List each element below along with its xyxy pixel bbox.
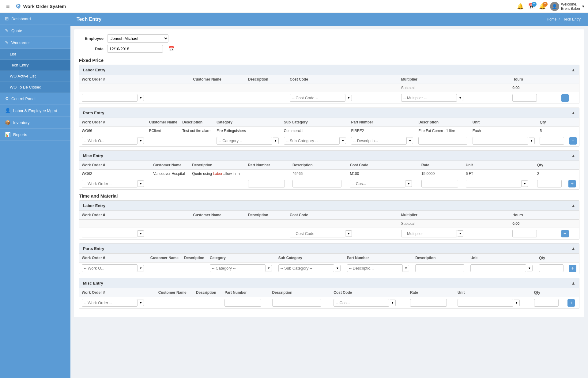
sidebar-item-quote[interactable]: ✎ Quote	[0, 25, 70, 37]
sidebar-item-reports[interactable]: 📊 Reports	[0, 129, 70, 141]
tm-parts-qty-input[interactable]	[539, 264, 564, 272]
tm-parts-category-input[interactable]	[210, 264, 266, 272]
tm-misc-unit-dropdown-btn[interactable]: ▾	[514, 300, 520, 306]
fp-misc-unit-input[interactable]	[466, 180, 522, 187]
tm-parts-wo-input[interactable]	[82, 264, 138, 272]
sidebar-label-quote: Quote	[11, 28, 22, 33]
fp-labor-costcode-input[interactable]	[290, 94, 345, 102]
fp-parts-partnum-dropdown-btn[interactable]: ▾	[407, 138, 413, 144]
sidebar-item-labor[interactable]: 👤 Labor & Employee Mgmt	[0, 105, 70, 117]
tm-labor-costcode-input[interactable]	[290, 230, 345, 237]
fp-parts-unit-input[interactable]	[473, 137, 528, 145]
fp-parts-unit-dropdown-btn[interactable]: ▾	[529, 138, 535, 144]
tm-misc-unit-input[interactable]	[458, 299, 513, 307]
fp-labor-add-button[interactable]: +	[561, 94, 569, 102]
fp-misc-col-partdesc: Description	[290, 161, 348, 170]
sidebar-item-dashboard[interactable]: ⊞ Dashboard	[0, 13, 70, 25]
tm-misc-wo-dropdown-btn[interactable]: ▾	[138, 300, 144, 306]
fp-parts-qty-input[interactable]	[540, 137, 564, 145]
fp-parts-partdesc-input[interactable]	[418, 137, 467, 145]
sidebar-label-tech-entry: Tech Entry	[10, 63, 28, 67]
tm-labor-costcode-dropdown-btn[interactable]: ▾	[346, 230, 352, 237]
fixed-price-labor-header[interactable]: Labor Entry ▲	[79, 65, 579, 75]
fp-misc-add-button[interactable]: +	[568, 180, 576, 187]
fp-misc-qty-input[interactable]	[537, 180, 562, 187]
tm-labor-header[interactable]: Labor Entry ▲	[79, 201, 579, 211]
sidebar-item-control-panel[interactable]: ⚙ Control Panel	[0, 93, 70, 105]
sidebar-item-tech-entry[interactable]: Tech Entry	[0, 60, 70, 71]
fixed-price-misc-header[interactable]: Misc Entry ▲	[79, 151, 579, 161]
tm-labor-hours-input[interactable]	[512, 230, 537, 237]
breadcrumb-home[interactable]: Home	[547, 17, 556, 21]
sidebar-item-wo-active[interactable]: WO Active List	[0, 71, 70, 82]
fp-parts-col-subcategory: Sub Category	[281, 118, 349, 127]
tm-labor-multiplier-input[interactable]	[401, 230, 457, 237]
sidebar-label-list: List	[10, 52, 16, 56]
tm-misc-wo-input[interactable]	[82, 299, 138, 307]
fp-misc-partdesc-input[interactable]	[292, 180, 341, 187]
fp-parts-category-dropdown-btn[interactable]: ▾	[273, 138, 279, 144]
sidebar-item-inventory[interactable]: 📦 Inventory	[0, 117, 70, 129]
fp-misc-wo-dropdown-btn[interactable]: ▾	[138, 180, 144, 187]
table-row: ▾ ▾	[79, 92, 579, 104]
tm-misc-header[interactable]: Misc Entry ▲	[79, 278, 579, 288]
tm-parts-subcategory-dropdown-btn[interactable]: ▾	[335, 265, 341, 271]
tm-parts-partnum-dropdown-btn[interactable]: ▾	[403, 265, 409, 271]
fp-labor-costcode-dropdown-btn[interactable]: ▾	[346, 95, 352, 101]
fp-misc-costcode-dropdown-btn[interactable]: ▾	[406, 180, 412, 187]
fp-parts-add-button[interactable]: +	[569, 137, 577, 145]
tm-parts-subcategory-input[interactable]	[278, 264, 334, 272]
tm-labor-wo-dropdown-btn[interactable]: ▾	[138, 230, 144, 237]
tm-parts-header[interactable]: Parts Entry ▲	[79, 244, 579, 254]
tm-labor-wo-input[interactable]	[82, 230, 138, 237]
fp-misc-partnum-input[interactable]	[248, 180, 285, 187]
notification-bell[interactable]: 🔔	[517, 3, 524, 10]
fp-parts-partnum-input[interactable]	[351, 137, 407, 145]
tm-misc-add-button[interactable]: +	[567, 299, 575, 307]
fp-misc-wo-input[interactable]	[82, 180, 138, 187]
user-menu[interactable]: 👤 Welcome, Brent Baker ▾	[550, 2, 584, 11]
calendar-nav[interactable]: 📅 7	[528, 3, 535, 10]
fp-labor-multiplier-input[interactable]	[401, 94, 457, 102]
tm-misc-qty-input[interactable]	[534, 299, 559, 307]
tm-labor-add-button[interactable]: +	[561, 230, 569, 237]
calendar-picker-icon[interactable]: 📅	[168, 46, 175, 52]
sidebar-item-list[interactable]: List	[0, 49, 70, 60]
tm-misc-partdesc-input[interactable]	[272, 299, 321, 307]
fp-misc-rate-input[interactable]	[421, 180, 458, 187]
fp-labor-multiplier-dropdown-btn[interactable]: ▾	[458, 95, 463, 101]
hamburger-icon[interactable]: ≡	[4, 2, 12, 11]
tm-misc-rate-input[interactable]	[410, 299, 447, 307]
fp-parts-subcategory-input[interactable]	[284, 137, 340, 145]
tm-misc-costcode-dropdown-btn[interactable]: ▾	[390, 300, 396, 306]
tm-parts-unit-dropdown-btn[interactable]: ▾	[527, 265, 533, 271]
fp-labor-hours-input[interactable]	[512, 94, 537, 102]
fp-misc-costcode-input[interactable]	[350, 180, 405, 187]
tm-parts-category-dropdown-btn[interactable]: ▾	[266, 265, 272, 271]
fp-parts-wo-input[interactable]	[82, 137, 138, 145]
sidebar-item-workorder[interactable]: ✎ Workorder	[0, 37, 70, 49]
tm-parts-add-button[interactable]: +	[569, 265, 576, 272]
fp-parts-wo-dropdown-btn[interactable]: ▾	[138, 138, 144, 144]
tm-parts-unit-input[interactable]	[470, 264, 526, 272]
date-input[interactable]	[107, 45, 163, 53]
fp-parts-input-add: +	[567, 135, 579, 147]
fp-labor-wo-dropdown-btn[interactable]: ▾	[138, 95, 144, 101]
tm-labor-multiplier-dropdown-btn[interactable]: ▾	[458, 230, 463, 237]
tm-parts-partnum-input[interactable]	[347, 264, 403, 272]
employee-select[interactable]: Jonesh Michael	[107, 34, 168, 43]
fp-parts-category-input[interactable]	[217, 137, 272, 145]
alerts-nav[interactable]: 🔔 7	[539, 3, 546, 10]
fp-labor-wo-input[interactable]	[82, 94, 138, 102]
table-row: WO66 BClient Test out fire alarm Fire Ex…	[79, 127, 579, 135]
table-row: ▾	[79, 178, 579, 190]
fixed-price-parts-header[interactable]: Parts Entry ▲	[79, 108, 579, 118]
tm-misc-input-unit: ▾	[455, 297, 532, 309]
sidebar-item-wo-closed[interactable]: WO To Be Closed	[0, 82, 70, 93]
tm-parts-partdesc-input[interactable]	[415, 264, 464, 272]
fp-parts-subcategory-dropdown-btn[interactable]: ▾	[340, 138, 346, 144]
tm-misc-partnum-input[interactable]	[224, 299, 261, 307]
tm-parts-wo-dropdown-btn[interactable]: ▾	[138, 265, 144, 271]
fp-misc-unit-dropdown-btn[interactable]: ▾	[522, 180, 528, 187]
tm-misc-costcode-input[interactable]	[334, 299, 389, 307]
